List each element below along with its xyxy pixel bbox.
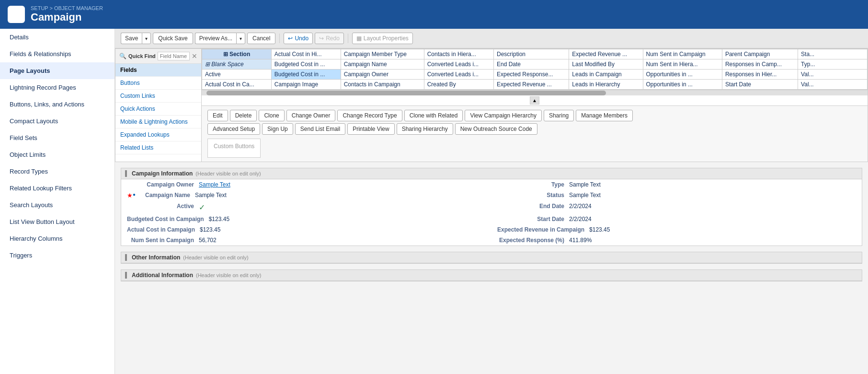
quick-save-button[interactable]: Quick Save — [153, 33, 193, 44]
grid-row-1: ⊞ Blank Space Budgeted Cost in ... Campa… — [202, 59, 868, 70]
grid-cell-budgeted-cost-1[interactable]: Budgeted Cost in ... — [271, 59, 341, 70]
sidebar-item-list-view-button-layout[interactable]: List View Button Layout — [0, 213, 114, 230]
grid-cell-num-sent-campaign[interactable]: Num Sent in Campaign — [643, 49, 722, 59]
grid-cell-expected-revenue-2[interactable]: Expected Revenue ... — [493, 80, 569, 90]
action-printable-view-button[interactable]: Printable View — [347, 123, 395, 135]
sidebar-item-search-layouts[interactable]: Search Layouts — [0, 197, 114, 213]
grid-cell-val1[interactable]: Val... — [798, 70, 868, 80]
action-view-campaign-hierarchy-button[interactable]: View Campaign Hierarchy — [465, 110, 542, 121]
fields-nav-custom-links[interactable]: Custom Links — [115, 90, 201, 103]
sidebar-item-lightning-record-pages[interactable]: Lightning Record Pages — [0, 79, 114, 96]
sidebar-item-field-sets[interactable]: Field Sets — [0, 129, 114, 146]
action-sharing-button[interactable]: Sharing — [544, 110, 574, 121]
grid-cell-opportunities-1[interactable]: Opportunities in ... — [643, 70, 722, 80]
cancel-button[interactable]: Cancel — [247, 33, 275, 44]
grid-cell-val2[interactable]: Val... — [798, 80, 868, 90]
grid-cell-leads-hierarchy[interactable]: Leads in Hierarchy — [569, 80, 643, 90]
save-button-split[interactable]: Save ▾ — [121, 33, 151, 44]
save-button[interactable]: Save — [121, 33, 142, 44]
fields-nav-fields[interactable]: Fields — [115, 64, 201, 77]
grid-cell-start-date[interactable]: Start Date — [722, 80, 798, 90]
grid-cell-created-by[interactable]: Created By — [424, 80, 493, 90]
grid-cell-converted-leads-i2[interactable]: Converted Leads i... — [424, 70, 493, 80]
expected-response-value: 411.89% — [569, 237, 592, 244]
action-advanced-setup-button[interactable]: Advanced Setup — [207, 123, 260, 135]
preview-as-dropdown-arrow[interactable]: ▾ — [236, 33, 245, 44]
grid-cell-contacts-campaign[interactable]: Contacts in Campaign — [341, 80, 424, 90]
grid-cell-campaign-name[interactable]: Campaign Name — [341, 59, 424, 70]
layout-grid-scroll[interactable]: ⊞ Section Actual Cost in Hi... Campaign … — [202, 49, 868, 90]
sidebar-item-hierarchy-columns[interactable]: Hierarchy Columns — [0, 230, 114, 247]
search-clear-button[interactable]: ✕ — [192, 52, 197, 60]
redo-button[interactable]: ↪ Redo — [315, 33, 344, 44]
sidebar-item-object-limits[interactable]: Object Limits — [0, 146, 114, 163]
grid-cell-expected-response[interactable]: Expected Response... — [493, 70, 569, 80]
grid-cell-description[interactable]: Description — [493, 49, 569, 59]
sidebar-item-record-types[interactable]: Record Types — [0, 163, 114, 180]
sidebar-item-details[interactable]: Details — [0, 29, 114, 46]
action-change-record-type-button[interactable]: Change Record Type — [337, 110, 402, 121]
fields-nav-expanded-lookups[interactable]: Expanded Lookups — [115, 129, 201, 141]
fields-nav-mobile-lightning[interactable]: Mobile & Lightning Actions — [115, 116, 201, 129]
grid-cell-section[interactable]: ⊞ Section — [202, 49, 272, 59]
action-manage-members-button[interactable]: Manage Members — [576, 110, 633, 121]
preview-as-button-split[interactable]: Preview As... ▾ — [195, 33, 245, 44]
layout-scrollbar-thumb[interactable] — [206, 91, 606, 95]
action-clone-button[interactable]: Clone — [259, 110, 284, 121]
grid-cell-end-date[interactable]: End Date — [493, 59, 569, 70]
grid-cell-num-sent-hiera[interactable]: Num Sent in Hiera... — [643, 59, 722, 70]
action-delete-button[interactable]: Delete — [230, 110, 257, 121]
grid-cell-actual-cost-hi[interactable]: Actual Cost in Hi... — [271, 49, 341, 59]
campaign-info-note: (Header visible on edit only) — [195, 171, 261, 176]
grid-cell-contacts-hiera[interactable]: Contacts in Hiera... — [424, 49, 493, 59]
grid-cell-last-modified-by[interactable]: Last Modified By — [569, 59, 643, 70]
grid-cell-budgeted-cost-2[interactable]: Budgeted Cost in ... — [271, 70, 341, 80]
sidebar-item-page-layouts[interactable]: Page Layouts — [0, 62, 114, 79]
sidebar-scroll[interactable]: Details Fields & Relationships Page Layo… — [0, 29, 114, 374]
grid-cell-campaign-owner[interactable]: Campaign Owner — [341, 70, 424, 80]
main-content: Save ▾ Quick Save Preview As... ▾ Cancel… — [115, 29, 868, 374]
sidebar-item-compact-layouts[interactable]: Compact Layouts — [0, 113, 114, 129]
action-sharing-hierarchy-button[interactable]: Sharing Hierarchy — [397, 123, 453, 135]
action-new-outreach-source-code-button[interactable]: New Outreach Source Code — [455, 123, 537, 135]
action-edit-button[interactable]: Edit — [207, 110, 228, 121]
fields-nav-related-lists[interactable]: Related Lists — [115, 141, 201, 154]
grid-cell-sta[interactable]: Sta... — [798, 49, 868, 59]
breadcrumb-setup[interactable]: SETUP — [31, 5, 48, 11]
action-sign-up-button[interactable]: Sign Up — [262, 123, 293, 135]
grid-cell-expected-revenue-1[interactable]: Expected Revenue ... — [569, 49, 643, 59]
action-send-list-email-button[interactable]: Send List Email — [295, 123, 345, 135]
fields-nav-quick-actions[interactable]: Quick Actions — [115, 103, 201, 116]
grid-cell-responses-camp[interactable]: Responses in Camp... — [722, 59, 798, 70]
grid-cell-typ[interactable]: Typ... — [798, 59, 868, 70]
fields-nav: Fields Buttons Custom Links Quick Action… — [115, 64, 201, 154]
custom-buttons-box: Custom Buttons — [207, 137, 862, 158]
layout-properties-button[interactable]: ▦ Layout Properties — [352, 33, 413, 44]
layout-scrollbar[interactable] — [202, 90, 868, 95]
grid-cell-blank-space[interactable]: ⊞ Blank Space — [202, 59, 272, 70]
sidebar-item-fields-relationships[interactable]: Fields & Relationships — [0, 46, 114, 62]
grid-nav-arrows: ▲ — [202, 95, 868, 105]
grid-cell-leads-in-campaign[interactable]: Leads in Campaign — [569, 70, 643, 80]
preview-as-button[interactable]: Preview As... — [195, 33, 236, 44]
sidebar-item-buttons-links-actions[interactable]: Buttons, Links, and Actions — [0, 96, 114, 113]
num-sent-value: 56,702 — [199, 237, 217, 244]
field-name-search-input[interactable] — [158, 52, 190, 60]
grid-cell-actual-cost-ca[interactable]: Actual Cost in Ca... — [202, 80, 272, 90]
action-clone-with-related-button[interactable]: Clone with Related — [404, 110, 463, 121]
grid-cell-active[interactable]: Active — [202, 70, 272, 80]
fields-nav-buttons[interactable]: Buttons — [115, 77, 201, 90]
save-dropdown-arrow[interactable]: ▾ — [142, 33, 151, 44]
action-change-owner-button[interactable]: Change Owner — [286, 110, 336, 121]
sidebar-item-triggers[interactable]: Triggers — [0, 247, 114, 264]
grid-cell-responses-hier[interactable]: Responses in Hier... — [722, 70, 798, 80]
grid-cell-campaign-image[interactable]: Campaign Image — [271, 80, 341, 90]
grid-cell-campaign-member-type[interactable]: Campaign Member Type — [341, 49, 424, 59]
grid-cell-converted-leads-i1[interactable]: Converted Leads i... — [424, 59, 493, 70]
grid-cell-opportunities-2[interactable]: Opportunities in ... — [643, 80, 722, 90]
sidebar-item-related-lookup-filters[interactable]: Related Lookup Filters — [0, 180, 114, 197]
grid-scroll-up-button[interactable]: ▲ — [530, 96, 539, 105]
grid-cell-parent-campaign[interactable]: Parent Campaign — [722, 49, 798, 59]
undo-button[interactable]: ↩ Undo — [284, 33, 313, 44]
breadcrumb-object-manager[interactable]: OBJECT MANAGER — [54, 5, 103, 11]
